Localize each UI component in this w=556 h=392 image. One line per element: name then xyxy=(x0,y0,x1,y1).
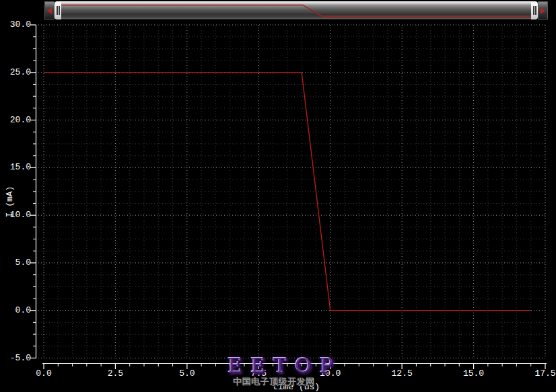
axes xyxy=(30,25,547,369)
waveform-plot[interactable] xyxy=(0,0,556,392)
grip-handle-icon xyxy=(57,6,60,15)
y-axis-title: I (mA) xyxy=(5,186,15,218)
minor-grid xyxy=(38,25,545,358)
waveform-viewer-window: 30.025.020.015.010.05.00.0-5.00.02.55.07… xyxy=(0,0,556,392)
waveform-thumbnail xyxy=(61,1,531,19)
range-left-grip[interactable] xyxy=(55,1,61,19)
scroll-right-button[interactable] xyxy=(538,1,548,19)
watermark-logo: EETOP xyxy=(228,355,341,377)
watermark-subtitle: 中国电子顶级开发网 xyxy=(233,376,315,388)
scroll-left-button[interactable] xyxy=(44,1,55,19)
scrollbar-track[interactable] xyxy=(61,1,531,19)
horizontal-pan-scrollbar[interactable] xyxy=(44,1,548,19)
left-arrow-icon xyxy=(47,7,52,14)
grip-handle-icon xyxy=(533,6,536,15)
right-arrow-icon xyxy=(541,7,545,14)
thumbnail-trace xyxy=(61,5,531,16)
range-right-grip[interactable] xyxy=(531,1,538,19)
